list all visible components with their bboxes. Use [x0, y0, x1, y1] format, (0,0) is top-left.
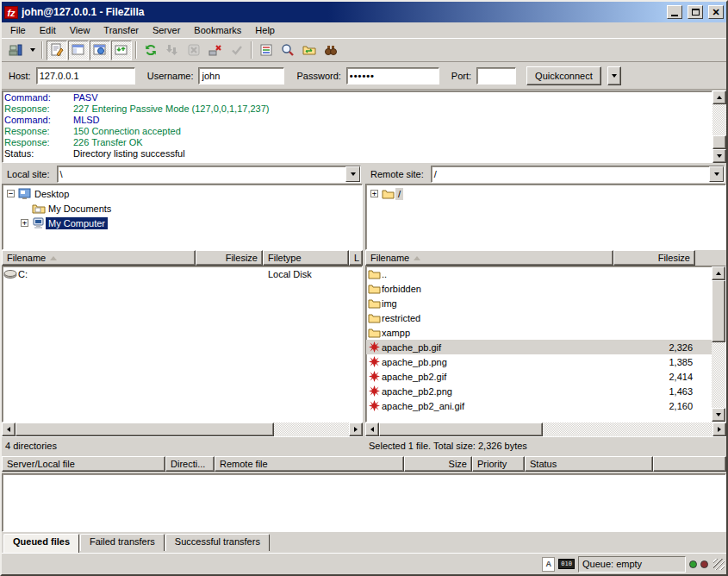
tree-expander[interactable]: + [370, 190, 378, 197]
local-file-list: C:Local Disk [2, 266, 363, 423]
remote-site-dropdown[interactable] [709, 166, 724, 182]
local-tree-item[interactable]: +My Computer [3, 216, 362, 230]
menu-view[interactable]: View [63, 23, 97, 37]
queue-column-server-local-file[interactable]: Server/Local file [2, 456, 165, 472]
remote-file-row[interactable]: forbidden [366, 281, 712, 296]
toggle-message-log-button[interactable] [47, 41, 67, 60]
tab-failed-transfers[interactable]: Failed transfers [80, 534, 165, 551]
local-hscrollbar[interactable] [2, 423, 363, 436]
scrollbar-thumb[interactable] [712, 280, 725, 342]
resize-grip-icon[interactable] [713, 559, 725, 570]
remote-vscrollbar[interactable] [712, 266, 725, 422]
column-header-filename[interactable]: Filename [2, 250, 196, 266]
menu-transfer[interactable]: Transfer [96, 23, 146, 37]
scrollbar-thumb[interactable] [379, 423, 543, 436]
tab-successful-transfers[interactable]: Successful transfers [165, 534, 270, 551]
cancel-button[interactable] [184, 41, 204, 60]
column-header-filetype[interactable]: Filetype [263, 250, 349, 266]
scroll-up-button[interactable] [712, 91, 726, 104]
scrollbar-track[interactable] [274, 423, 349, 436]
title-bar[interactable]: fz john@127.0.0.1 - FileZilla ✕ [2, 2, 726, 22]
synchronized-browsing-button[interactable] [299, 41, 320, 60]
quickconnect-button[interactable]: Quickconnect [526, 66, 601, 85]
port-input[interactable] [476, 67, 516, 85]
toggle-local-tree-button[interactable] [68, 41, 89, 60]
scroll-right-button[interactable] [349, 423, 363, 436]
remote-file-row[interactable]: apache_pb2.gif2,414 [366, 369, 712, 384]
menu-server[interactable]: Server [146, 23, 187, 37]
remote-file-row[interactable]: xampp [366, 325, 712, 340]
process-queue-button[interactable] [162, 41, 183, 60]
local-tree-item[interactable]: −Desktop [3, 186, 362, 201]
scrollbar-track[interactable] [543, 423, 712, 436]
queue-status-box: Queue: empty [578, 556, 686, 573]
reconnect-button[interactable] [227, 41, 247, 60]
queue-column-spacer[interactable] [653, 456, 726, 472]
site-manager-icon [9, 43, 23, 57]
local-tree-item[interactable]: My Documents [3, 201, 362, 216]
column-header-l[interactable]: L [349, 250, 363, 266]
remote-file-row[interactable]: .. [366, 266, 712, 281]
toolbar-separator [251, 41, 252, 59]
log-row-text: 150 Connection accepted [73, 126, 181, 137]
toggle-remote-tree-button[interactable] [90, 41, 110, 60]
queue-column-size[interactable]: Size [404, 456, 472, 472]
queue-column-remote-file[interactable]: Remote file [215, 456, 404, 472]
queue-header: Server/Local fileDirecti...Remote fileSi… [2, 456, 726, 473]
file-size: 1,463 [614, 386, 696, 397]
scrollbar-thumb[interactable] [712, 135, 726, 149]
queue-column-priority[interactable]: Priority [472, 456, 525, 472]
compare-directories-button[interactable] [277, 41, 298, 60]
remote-file-row[interactable]: apache_pb2_ani.gif2,160 [366, 398, 712, 413]
close-button[interactable]: ✕ [708, 5, 724, 19]
local-file-row[interactable]: C:Local Disk [3, 266, 362, 281]
scrollbar-track[interactable] [712, 342, 725, 408]
menu-file[interactable]: File [3, 23, 33, 37]
queue-column-directi-[interactable]: Directi... [165, 456, 215, 472]
column-header-filesize[interactable]: Filesize [196, 250, 263, 266]
password-input[interactable] [346, 67, 439, 85]
menu-bookmarks[interactable]: Bookmarks [187, 23, 248, 37]
column-header-filesize[interactable]: Filesize [613, 250, 695, 266]
disconnect-button[interactable] [205, 41, 226, 60]
username-input[interactable] [198, 67, 284, 85]
tree-expander[interactable]: + [21, 219, 28, 227]
remote-tree-item[interactable]: +/ [366, 186, 725, 201]
remote-hscrollbar[interactable] [365, 423, 726, 436]
remote-site-combobox[interactable]: / [431, 166, 725, 183]
menu-edit[interactable]: Edit [33, 23, 63, 37]
remote-file-row[interactable]: img [366, 296, 712, 310]
quickconnect-dropdown[interactable] [607, 66, 621, 85]
maximize-button[interactable] [688, 5, 703, 19]
site-manager-button[interactable] [5, 41, 26, 60]
queue-column-label: Size [449, 459, 467, 469]
menu-help[interactable]: Help [248, 23, 282, 37]
tab-queued-files[interactable]: Queued files [3, 534, 79, 553]
scrollbar-thumb[interactable] [16, 423, 274, 436]
scroll-left-button[interactable] [365, 423, 379, 436]
remote-file-row[interactable]: apache_pb.png1,385 [366, 354, 712, 369]
remote-file-row[interactable]: apache_pb2.png1,463 [366, 384, 712, 398]
port-label: Port: [451, 71, 471, 81]
remote-file-row[interactable]: restricted [366, 310, 712, 325]
local-site-dropdown[interactable] [345, 166, 360, 182]
tree-expander[interactable]: − [7, 190, 15, 197]
queue-column-status[interactable]: Status [525, 456, 653, 472]
scroll-down-button[interactable] [712, 408, 725, 422]
site-manager-dropdown[interactable] [27, 41, 38, 60]
scrollbar-track[interactable] [712, 104, 726, 135]
scroll-left-button[interactable] [2, 423, 16, 436]
toggle-queue-button[interactable] [111, 41, 132, 60]
minimize-button[interactable] [667, 5, 682, 19]
scroll-down-button[interactable] [712, 149, 726, 163]
refresh-button[interactable] [140, 41, 161, 60]
log-scrollbar[interactable] [712, 91, 726, 163]
scroll-up-button[interactable] [712, 266, 725, 280]
remote-file-row[interactable]: apache_pb.gif2,326 [366, 340, 712, 354]
filter-button[interactable] [256, 41, 277, 60]
local-site-combobox[interactable]: \ [57, 166, 361, 183]
host-input[interactable] [36, 67, 135, 85]
find-files-button[interactable] [320, 41, 341, 60]
column-header-filename[interactable]: Filename [365, 250, 613, 266]
scroll-right-button[interactable] [712, 423, 726, 436]
